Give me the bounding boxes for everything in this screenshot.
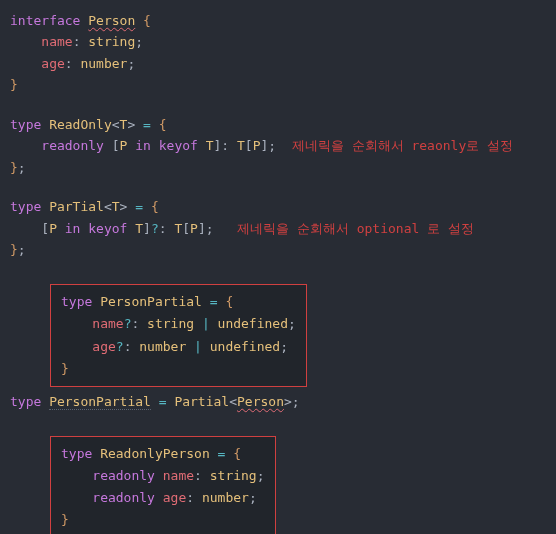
angle: < xyxy=(104,199,112,214)
semi: ; xyxy=(292,394,300,409)
type-undefined: undefined xyxy=(210,339,280,354)
bracket: [ xyxy=(41,221,49,236)
tooltip-line: readonly age: number; xyxy=(61,487,265,509)
equals: = xyxy=(143,117,151,132)
bracket: [ xyxy=(182,221,190,236)
type-number: number xyxy=(139,339,186,354)
keyword-readonly: readonly xyxy=(92,490,155,505)
type-string: string xyxy=(147,316,194,331)
keyword-in: in xyxy=(65,221,81,236)
prop-age: age xyxy=(92,339,115,354)
optional: ? xyxy=(151,221,159,236)
brace: } xyxy=(10,242,18,257)
brace: { xyxy=(159,117,167,132)
tooltip-person-partial: type PersonPartial = { name?: string | u… xyxy=(50,284,307,386)
type-number: number xyxy=(80,56,127,71)
brace: { xyxy=(143,13,151,28)
semi: ; xyxy=(206,221,214,236)
code-line: interface Person { xyxy=(10,10,546,31)
angle: > xyxy=(120,199,128,214)
code-editor: interface Person { name: string; age: nu… xyxy=(10,10,546,534)
code-line: type PersonPartial = Partial<Person>; xyxy=(10,391,546,412)
brace: } xyxy=(61,512,69,527)
tooltip-line: name?: string | undefined; xyxy=(61,313,296,335)
colon: : xyxy=(186,490,194,505)
keyword-keyof: keyof xyxy=(88,221,127,236)
blank xyxy=(10,412,546,430)
colon: : xyxy=(194,468,202,483)
code-line: } xyxy=(10,74,546,95)
colon: : xyxy=(131,316,139,331)
semi: ; xyxy=(288,316,296,331)
tooltip-line: } xyxy=(61,358,296,380)
keyword-readonly: readonly xyxy=(41,138,104,153)
type-undefined: undefined xyxy=(218,316,288,331)
angle: > xyxy=(284,394,292,409)
prop-name: name xyxy=(41,34,72,49)
equals: = xyxy=(135,199,143,214)
prop-name: name xyxy=(92,316,123,331)
type-name: ReadonlyPerson xyxy=(100,446,210,461)
bracket: ] xyxy=(143,221,151,236)
var-p: P xyxy=(190,221,198,236)
keyword-type: type xyxy=(10,117,41,132)
bracket: [ xyxy=(245,138,253,153)
type-readonly: ReadOnly xyxy=(49,117,112,132)
code-line: }; xyxy=(10,157,546,178)
tooltip-readonly-person: type ReadonlyPerson = { readonly name: s… xyxy=(50,436,276,534)
colon: : xyxy=(124,339,132,354)
brace: { xyxy=(151,199,159,214)
blank xyxy=(10,260,546,278)
prop-name: name xyxy=(163,468,194,483)
code-line: [P in keyof T]?: T[P]; 제네릭을 순회해서 optiona… xyxy=(10,218,546,239)
colon: : xyxy=(159,221,167,236)
semi: ; xyxy=(18,160,26,175)
colon: : xyxy=(65,56,73,71)
optional: ? xyxy=(116,339,124,354)
annotation-readonly: 제네릭을 순회해서 reaonly로 설정 xyxy=(292,138,513,153)
tooltip-line: type PersonPartial = { xyxy=(61,291,296,313)
code-line: name: string; xyxy=(10,31,546,52)
brace: } xyxy=(61,361,69,376)
code-line: age: number; xyxy=(10,53,546,74)
generic-t: T xyxy=(206,138,214,153)
code-line: type ReadOnly<T> = { xyxy=(10,114,546,135)
var-p: P xyxy=(120,138,128,153)
semi: ; xyxy=(257,468,265,483)
type-string: string xyxy=(88,34,135,49)
keyword-in: in xyxy=(135,138,151,153)
brace: } xyxy=(10,160,18,175)
generic-t: T xyxy=(112,199,120,214)
tooltip-line: } xyxy=(61,509,265,531)
code-line: readonly [P in keyof T]: T[P]; 제네릭을 순회해서… xyxy=(10,135,546,156)
tooltip-line: readonly name: string; xyxy=(61,465,265,487)
equals: = xyxy=(159,394,167,409)
semi: ; xyxy=(127,56,135,71)
blank xyxy=(10,96,546,114)
annotation-optional: 제네릭을 순회해서 optional 로 설정 xyxy=(237,221,474,236)
generic-t: T xyxy=(135,221,143,236)
var-p: P xyxy=(49,221,57,236)
angle: > xyxy=(127,117,135,132)
brace: { xyxy=(233,446,241,461)
type-person-arg: Person xyxy=(237,394,284,409)
code-line: }; xyxy=(10,239,546,260)
type-person: Person xyxy=(88,13,135,28)
type-name: PersonPartial xyxy=(100,294,202,309)
type-partial-util: Partial xyxy=(174,394,229,409)
prop-age: age xyxy=(163,490,186,505)
code-line: type ParTial<T> = { xyxy=(10,196,546,217)
keyword-type: type xyxy=(10,394,41,409)
brace: { xyxy=(225,294,233,309)
union: | xyxy=(202,316,210,331)
blank xyxy=(10,178,546,196)
angle: < xyxy=(229,394,237,409)
semi: ; xyxy=(18,242,26,257)
type-string: string xyxy=(210,468,257,483)
keyword-readonly: readonly xyxy=(92,468,155,483)
bracket: ] xyxy=(198,221,206,236)
brace: } xyxy=(10,77,18,92)
var-p: P xyxy=(253,138,261,153)
colon: : xyxy=(73,34,81,49)
bracket: [ xyxy=(112,138,120,153)
